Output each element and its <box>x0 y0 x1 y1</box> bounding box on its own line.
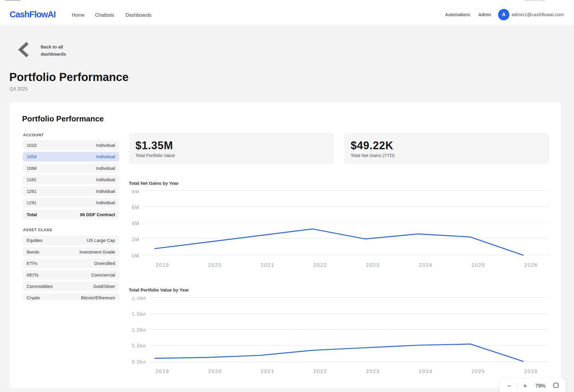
svg-text:2024: 2024 <box>419 369 433 374</box>
svg-text:2024: 2024 <box>419 263 433 268</box>
svg-text:1.5bn: 1.5bn <box>132 312 146 317</box>
svg-text:2025: 2025 <box>472 369 486 374</box>
svg-text:0M: 0M <box>132 253 140 258</box>
svg-text:0.0bn: 0.0bn <box>132 359 146 364</box>
svg-text:1.0bn: 1.0bn <box>132 327 146 332</box>
svg-text:4M: 4M <box>132 221 140 226</box>
svg-text:2023: 2023 <box>366 263 380 268</box>
svg-text:2019: 2019 <box>156 263 170 268</box>
svg-text:2M: 2M <box>132 237 140 242</box>
svg-text:2026: 2026 <box>524 369 538 374</box>
svg-text:2026: 2026 <box>524 263 538 268</box>
svg-text:2.0bn: 2.0bn <box>132 297 146 301</box>
svg-text:2022: 2022 <box>314 263 327 268</box>
svg-text:2019: 2019 <box>156 369 170 374</box>
svg-text:0.5bn: 0.5bn <box>132 343 146 348</box>
svg-text:8M: 8M <box>132 190 140 194</box>
svg-text:2023: 2023 <box>366 369 380 374</box>
svg-text:2021: 2021 <box>261 369 275 374</box>
svg-text:6M: 6M <box>132 205 140 210</box>
svg-text:2025: 2025 <box>472 263 486 268</box>
svg-text:2020: 2020 <box>208 263 222 268</box>
svg-text:2022: 2022 <box>314 369 327 374</box>
svg-text:2021: 2021 <box>261 263 275 268</box>
svg-text:2020: 2020 <box>208 369 222 374</box>
